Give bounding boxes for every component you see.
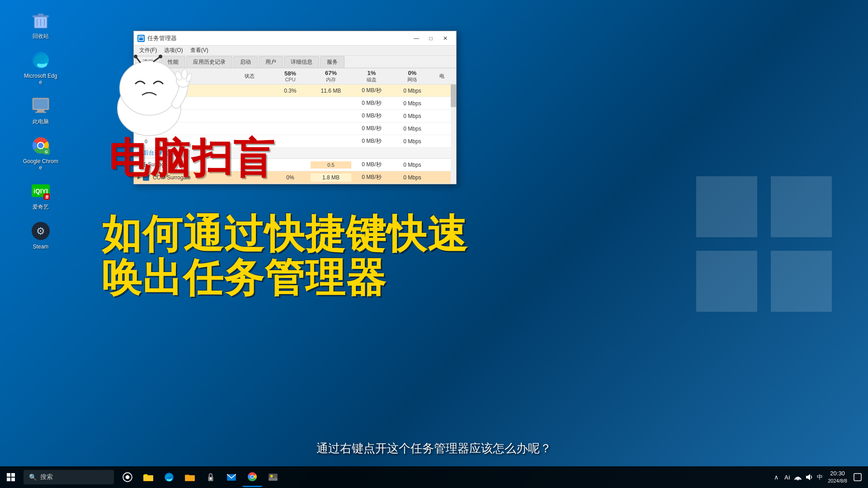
taskbar-chrome-btn[interactable] xyxy=(242,467,262,487)
iqiyi-icon: iQIYI 爱 xyxy=(30,180,52,202)
steam-label: Steam xyxy=(33,244,49,250)
windows-watermark xyxy=(696,176,832,312)
svg-rect-6 xyxy=(38,14,43,16)
row2-status xyxy=(229,103,270,104)
row2-disk: 0 MB/秒 xyxy=(351,99,392,108)
chrome-label: Google Chrome xyxy=(23,158,59,171)
tm-minimize-btn[interactable]: — xyxy=(409,33,424,44)
svg-point-31 xyxy=(134,55,137,58)
taskbar-date: 2024/8/8 xyxy=(828,478,847,484)
svg-rect-45 xyxy=(143,475,153,481)
taskbar-taskview-btn[interactable] xyxy=(118,467,137,487)
recycle-icon xyxy=(30,9,52,31)
svg-rect-41 xyxy=(11,478,15,481)
taskbar-app-icons xyxy=(118,467,283,487)
desktop-icon-steam[interactable]: ⚙ Steam xyxy=(23,220,59,250)
tm-menu-options[interactable]: 选项(O) xyxy=(160,46,186,55)
desktop-icon-iqiyi[interactable]: iQIYI 爱 爱奇艺 xyxy=(23,180,59,211)
tm-title-text: 任务管理器 xyxy=(147,34,409,42)
row1-net: 0 Mbps xyxy=(392,87,433,95)
taskbar-edge-btn[interactable] xyxy=(159,467,179,487)
svg-point-33 xyxy=(159,55,162,58)
row2-cpu xyxy=(270,103,311,104)
start-button[interactable] xyxy=(0,466,22,488)
col-header-net[interactable]: 0% 网络 xyxy=(392,68,433,85)
tab-services[interactable]: 服务 xyxy=(320,56,344,68)
pc-icon xyxy=(30,94,52,116)
yellow-line1: 如何通过快捷键快速 xyxy=(102,212,468,256)
tm-menu-view[interactable]: 查看(V) xyxy=(187,46,212,55)
taskbar-notification-btn[interactable] xyxy=(851,467,864,487)
tab-users[interactable]: 用户 xyxy=(259,56,283,68)
desktop-icons-container: 回收站 Microsoft Edge xyxy=(23,9,59,250)
tab-details[interactable]: 详细信息 xyxy=(284,56,319,68)
tm-scrollbar-thumb[interactable] xyxy=(451,84,456,107)
search-label: 搜索 xyxy=(40,473,53,481)
taskbar-lock-btn[interactable] xyxy=(201,467,221,487)
chrome-icon: G xyxy=(30,135,52,156)
tm-close-btn[interactable]: ✕ xyxy=(438,33,453,44)
desktop-icon-chrome[interactable]: G Google Chrome xyxy=(23,135,59,171)
col-header-cpu[interactable]: 58% CPU xyxy=(270,68,311,84)
svg-rect-40 xyxy=(7,478,10,481)
taskbar-photos-btn[interactable] xyxy=(263,467,283,487)
row3-status xyxy=(229,115,270,117)
svg-rect-0 xyxy=(696,176,757,237)
tray-icons: ∧ Ai xyxy=(772,473,824,482)
tray-show-icons[interactable]: ∧ xyxy=(772,473,781,482)
taskbar-search[interactable]: 🔍 搜索 xyxy=(24,470,114,484)
net-label: 网络 xyxy=(407,76,417,83)
svg-point-17 xyxy=(38,143,43,148)
row4-net: 0 Mbps xyxy=(392,125,433,133)
taskbar-clock[interactable]: 20:30 2024/8/8 xyxy=(828,469,847,485)
surrog-disk: 0 MB/秒 xyxy=(351,160,392,169)
tray-ai-icon[interactable]: Ai xyxy=(783,473,792,482)
tm-menu-file[interactable]: 文件(F) xyxy=(136,46,160,55)
disk-percent: 1% xyxy=(368,70,376,76)
com-cpu: 0% xyxy=(270,174,311,182)
tab-startup[interactable]: 启动 xyxy=(233,56,258,68)
svg-point-51 xyxy=(210,478,212,479)
col-header-power[interactable]: 电 xyxy=(433,71,451,81)
subtitle-text: 通过右键点开这个任务管理器应该怎么办呢？ xyxy=(316,441,552,455)
tm-scrollbar[interactable] xyxy=(451,84,456,184)
tray-network-icon[interactable] xyxy=(793,473,802,482)
yellow-line2: 唤出任务管理器 xyxy=(102,256,468,300)
svg-text:G: G xyxy=(45,150,48,154)
taskbar-time: 20:30 xyxy=(828,469,847,478)
svg-point-29 xyxy=(120,61,179,115)
col-header-mem[interactable]: 67% 内存 xyxy=(311,68,351,85)
desktop-icon-pc[interactable]: 此电脑 xyxy=(23,94,59,126)
tray-volume-icon[interactable] xyxy=(804,473,813,482)
svg-rect-39 xyxy=(11,473,15,477)
svg-marker-59 xyxy=(806,474,810,480)
svg-rect-2 xyxy=(696,251,757,312)
taskbar-explorer-btn[interactable] xyxy=(138,467,158,487)
col-header-disk[interactable]: 1% 磁盘 xyxy=(351,68,392,85)
taskbar-mail-btn[interactable] xyxy=(222,467,241,487)
svg-rect-60 xyxy=(854,474,861,481)
pc-label: 此电脑 xyxy=(33,118,49,126)
col-header-status: 状态 xyxy=(229,71,270,81)
com-net: 0 Mbps xyxy=(392,174,433,182)
red-text-content: 电脑扫盲 xyxy=(108,136,275,181)
svg-point-43 xyxy=(126,475,130,479)
iqiyi-label: 爱奇艺 xyxy=(33,203,49,211)
tray-language-icon[interactable]: 中 xyxy=(815,473,824,482)
row1-cpu: 0.3% xyxy=(270,87,311,95)
row3-disk: 0 MB/秒 xyxy=(351,111,392,121)
search-icon: 🔍 xyxy=(29,474,37,481)
row1-power xyxy=(433,90,451,92)
com-mem: 1.8 MB xyxy=(311,174,351,182)
desktop-icon-recycle[interactable]: 回收站 xyxy=(23,9,59,40)
svg-rect-13 xyxy=(37,110,44,112)
tm-maximize-btn[interactable]: □ xyxy=(424,33,438,44)
svg-text:⚙: ⚙ xyxy=(36,225,45,237)
desktop-icon-edge[interactable]: Microsoft Edge xyxy=(23,49,59,85)
row4-disk: 0 MB/秒 xyxy=(351,124,392,133)
row5-disk: 0 MB/秒 xyxy=(351,136,392,146)
surrog-net: 0 Mbps xyxy=(392,161,433,169)
desktop: 回收站 Microsoft Edge xyxy=(0,0,868,488)
tm-titlebar[interactable]: 任务管理器 — □ ✕ xyxy=(134,31,456,46)
taskbar-folder-btn[interactable] xyxy=(180,467,200,487)
